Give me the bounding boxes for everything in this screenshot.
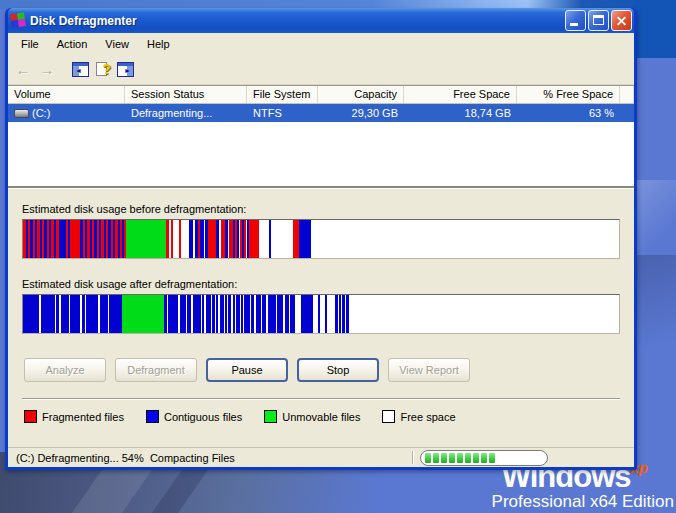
column-header-capacity[interactable]: Capacity [318,86,404,103]
column-header-file-system[interactable]: File System [247,86,318,103]
tree-left-icon: ◄ [75,67,82,75]
volume-list: VolumeSession StatusFile SystemCapacityF… [8,85,634,189]
status-divider [412,451,414,464]
desktop-wallpaper-sheen [636,180,676,260]
usage-segment-w [271,220,293,258]
drive-icon [14,109,29,118]
help-button[interactable]: ? [95,62,111,78]
usage-segment-r [251,220,259,258]
close-button[interactable] [611,10,632,31]
column-header-free-space[interactable]: % Free Space [517,86,620,103]
cell-free-space: 18,74 GB [465,107,511,119]
maximize-icon [593,15,604,25]
window-title: Disk Defragmenter [30,14,137,28]
help-question-icon: ? [102,61,111,77]
status-text: (C:) Defragmenting... 54% Compacting Fil… [8,452,235,464]
legend-swatch [264,410,277,423]
analysis-panel: Estimated disk usage before defragmentat… [8,189,634,447]
progress-segment [457,453,463,463]
desktop-wallpaper-shade [636,255,676,375]
usage-segment-w [349,295,620,333]
before-usage-bar [22,219,620,259]
legend-label: Fragmented files [42,411,124,423]
defragment-button[interactable]: Defragment [115,358,197,382]
usage-segment-w [311,220,620,258]
menu-item-help[interactable]: Help [138,35,179,53]
usage-segment-b [86,295,98,333]
legend-swatch [24,410,37,423]
disk-defragmenter-window: Disk Defragmenter FileActionViewHelp ← →… [5,8,637,470]
usage-segment-b [299,220,311,258]
column-header-volume[interactable]: Volume [8,86,125,103]
usage-segment-b [301,295,313,333]
progress-segment [449,453,455,463]
defrag-progress-bar [420,450,548,466]
app-icon [10,12,27,29]
legend-item-unmovable-files: Unmovable files [264,410,360,423]
list-header: VolumeSession StatusFile SystemCapacityF… [8,86,634,104]
column-header-session-status[interactable]: Session Status [125,86,247,103]
pause-button[interactable]: Pause [206,358,288,382]
usage-segment-w [259,220,269,258]
cell-capacity: 29,30 GB [352,107,398,119]
show-console-tree-button[interactable]: ◄ [72,62,89,77]
view-report-button[interactable]: View Report [388,358,470,382]
minimize-button[interactable] [565,10,586,31]
titlebar[interactable]: Disk Defragmenter [8,8,634,33]
usage-segment-b [41,295,55,333]
cell-free-space: 63 % [589,107,614,119]
back-button[interactable]: ← [14,61,32,78]
forward-button[interactable]: → [38,61,56,78]
usage-segment-g [122,295,164,333]
legend: Fragmented filesContiguous filesUnmovabl… [24,410,456,423]
usage-segment-b [268,295,276,333]
progress-segment [473,453,479,463]
menu-item-file[interactable]: File [12,35,48,53]
analyze-button[interactable]: Analyze [24,358,106,382]
legend-label: Unmovable files [282,411,360,423]
usage-segment-b [168,295,178,333]
maximize-button[interactable] [588,10,609,31]
after-usage-bar [22,294,620,334]
progress-segment [441,453,447,463]
legend-swatch [146,410,159,423]
progress-segment [465,453,471,463]
legend-item-fragmented-files: Fragmented files [24,410,124,423]
progress-segment [433,453,439,463]
legend-item-contiguous-files: Contiguous files [146,410,242,423]
usage-segment-g [126,220,166,258]
after-usage-label: Estimated disk usage after defragmentati… [22,278,237,290]
usage-segment-b [61,295,69,333]
statusbar: (C:) Defragmenting... 54% Compacting Fil… [8,447,634,467]
panel-separator [22,398,620,400]
progress-segment [489,453,495,463]
usage-segment-w [181,220,189,258]
show-action-pane-button[interactable]: ► [117,62,134,77]
table-row-volume[interactable]: (C:)Defragmenting...NTFS29,30 GB18,74 GB… [8,104,634,122]
legend-label: Contiguous files [164,411,242,423]
column-header-free-space[interactable]: Free Space [404,86,517,103]
column-header-filler [620,86,634,103]
usage-segment-b [23,295,39,333]
cell-session-status: Defragmenting... [131,107,212,119]
usage-segment-r [72,220,80,258]
minimize-icon [570,23,578,26]
usage-segment-b [70,295,80,333]
menubar: FileActionViewHelp [8,33,634,55]
legend-item-free-space: Free space [382,410,455,423]
cell-volume: (C:) [32,107,50,119]
window-client-area: FileActionViewHelp ← → ◄ ? ► VolumeSessi… [8,33,634,467]
menu-item-action[interactable]: Action [48,35,97,53]
usage-segment-b [100,295,108,333]
progress-segment [481,453,487,463]
progress-segment [425,453,431,463]
usage-segment-b [109,295,122,333]
usage-segment-b [193,295,201,333]
menu-item-view[interactable]: View [96,35,138,53]
legend-swatch [382,410,395,423]
stop-button[interactable]: Stop [297,358,379,382]
legend-label: Free space [400,411,455,423]
before-usage-label: Estimated disk usage before defragmentat… [22,203,246,215]
cell-file-system: NTFS [253,107,282,119]
windows-logo-subtitle: Professional x64 Edition [492,492,674,511]
